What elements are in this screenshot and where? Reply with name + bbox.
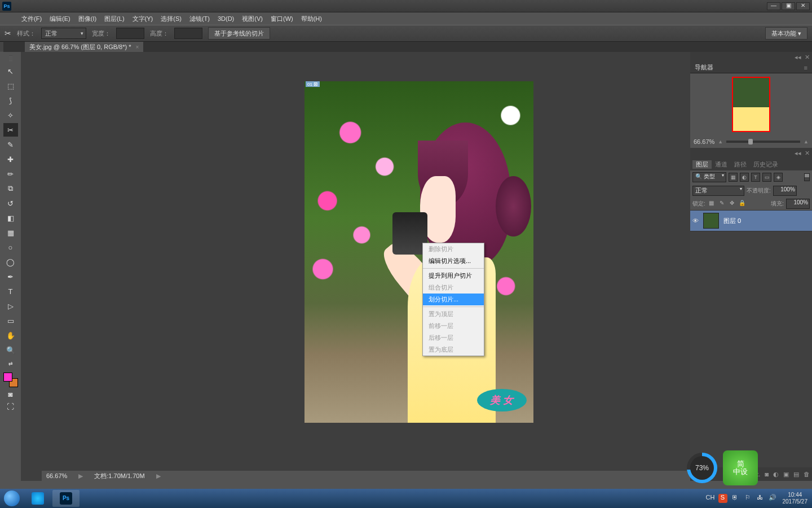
menu-window[interactable]: 窗口(W) xyxy=(271,15,293,23)
slice-from-guides-button[interactable]: 基于参考线的切片 xyxy=(208,27,270,40)
menu-layer[interactable]: 图层(L) xyxy=(104,15,124,23)
lasso-tool[interactable]: ⟆ xyxy=(3,94,18,107)
foreground-color[interactable] xyxy=(3,373,12,382)
green-badge[interactable]: 简中设 xyxy=(723,450,758,485)
tray-network-icon[interactable]: 🖧 xyxy=(756,494,765,503)
filter-smart-icon[interactable]: ◈ xyxy=(774,173,783,182)
navigator-thumbnail[interactable] xyxy=(732,77,770,132)
menu-view[interactable]: 视图(V) xyxy=(242,15,263,23)
filter-toggle[interactable] xyxy=(804,173,810,181)
tab-paths[interactable]: 路径 xyxy=(731,160,750,169)
quickmask-icon[interactable]: ◙ xyxy=(3,388,18,400)
tab-layers[interactable]: 图层 xyxy=(692,160,712,169)
tray-shield-icon[interactable]: ⛨ xyxy=(731,494,740,503)
hand-tool[interactable]: ✋ xyxy=(3,329,18,342)
ime-indicator[interactable]: CH xyxy=(706,494,715,503)
panel-collapse-bar-2[interactable]: ◂◂✕ xyxy=(690,148,812,158)
filter-shape-icon[interactable]: ▭ xyxy=(762,173,771,182)
style-select[interactable]: 正常 xyxy=(41,28,86,39)
menu-type[interactable]: 文字(Y) xyxy=(133,15,153,23)
eraser-tool[interactable]: ◧ xyxy=(3,211,18,225)
tray-sogou-icon[interactable]: S xyxy=(718,494,727,503)
zoom-out-icon[interactable]: ▲ xyxy=(718,139,723,144)
brush-tool[interactable]: ✏ xyxy=(3,167,18,181)
fill-input[interactable]: 100% xyxy=(786,199,810,209)
progress-widget[interactable]: 73% xyxy=(687,453,717,483)
gradient-tool[interactable]: ▦ xyxy=(3,226,18,239)
screenmode-icon[interactable]: ⛶ xyxy=(3,401,18,412)
filter-adjust-icon[interactable]: ◐ xyxy=(740,173,749,182)
opacity-input[interactable]: 100% xyxy=(773,186,797,196)
magic-wand-tool[interactable]: ✧ xyxy=(3,108,18,122)
minimize-button[interactable]: — xyxy=(767,2,780,10)
menu-file[interactable]: 文件(F) xyxy=(21,15,42,23)
lock-transparent-icon[interactable]: ▦ xyxy=(708,200,716,208)
layer-row[interactable]: 👁 图层 0 xyxy=(690,210,812,231)
collapse-icon[interactable]: ◂◂ xyxy=(795,150,801,157)
layer-name[interactable]: 图层 0 xyxy=(723,217,741,225)
delete-layer-icon[interactable]: 🗑 xyxy=(804,471,810,478)
blur-tool[interactable]: ○ xyxy=(3,240,18,254)
zoom-in-icon[interactable]: ▲ xyxy=(804,139,809,144)
start-button[interactable] xyxy=(0,489,24,508)
canvas-area[interactable]: 美 女 01 删除切片编辑切片选项...提升到用户切片组合切片划分切片...置为… xyxy=(21,52,690,481)
status-arrow2-icon[interactable]: ▶ xyxy=(156,472,161,480)
panel-menu-icon[interactable]: ≡ xyxy=(804,64,807,71)
height-input[interactable] xyxy=(174,28,202,39)
filter-type-icon[interactable]: T xyxy=(751,173,760,182)
lock-pixels-icon[interactable]: ✎ xyxy=(718,200,726,208)
slice-badge[interactable]: 01 xyxy=(306,81,320,87)
taskbar-app-1[interactable] xyxy=(24,490,51,507)
menu-filter[interactable]: 滤镜(T) xyxy=(189,15,210,23)
ctx-item[interactable]: 划分切片... xyxy=(423,294,484,305)
lock-position-icon[interactable]: ✥ xyxy=(728,200,736,208)
group-icon[interactable]: ▣ xyxy=(783,471,789,478)
ctx-item[interactable]: 提升到用户切片 xyxy=(423,270,484,282)
ctx-item[interactable]: 编辑切片选项... xyxy=(423,255,484,267)
blend-mode-select[interactable]: 正常 xyxy=(692,186,744,196)
filter-pixel-icon[interactable]: ▦ xyxy=(729,173,738,182)
menu-select[interactable]: 选择(S) xyxy=(161,15,182,23)
healing-brush-tool[interactable]: ✚ xyxy=(3,152,18,166)
move-tool[interactable]: ↖ xyxy=(3,64,18,78)
layer-mask-icon[interactable]: ◙ xyxy=(765,471,769,478)
menu-image[interactable]: 图像(I) xyxy=(78,15,96,23)
clone-stamp-tool[interactable]: ⧉ xyxy=(3,182,18,195)
zoom-tool[interactable]: 🔍 xyxy=(3,343,18,357)
workspace-select[interactable]: 基本功能 ▾ xyxy=(765,27,807,40)
close-panel-icon[interactable]: ✕ xyxy=(805,54,810,61)
tab-channels[interactable]: 通道 xyxy=(712,160,731,169)
close-panel-icon[interactable]: ✕ xyxy=(805,150,810,157)
layer-thumbnail[interactable] xyxy=(703,213,719,229)
filter-type-select[interactable]: 🔍 类型 xyxy=(692,172,726,182)
tray-volume-icon[interactable]: 🔊 xyxy=(768,494,777,503)
dodge-tool[interactable]: ◯ xyxy=(3,255,18,269)
marquee-tool[interactable]: ⬚ xyxy=(3,79,18,93)
adjustment-layer-icon[interactable]: ◐ xyxy=(773,471,779,478)
history-brush-tool[interactable]: ↺ xyxy=(3,196,18,210)
new-layer-icon[interactable]: ▤ xyxy=(793,471,799,478)
taskbar-clock[interactable]: 10:442017/5/27 xyxy=(780,492,810,505)
swap-colors-icon[interactable]: ⇄ xyxy=(3,358,18,369)
visibility-icon[interactable]: 👁 xyxy=(692,217,699,224)
menu-edit[interactable]: 编辑(E) xyxy=(50,15,70,23)
navigator-panel-title[interactable]: 导航器≡ xyxy=(690,62,812,73)
document-canvas[interactable]: 美 女 01 xyxy=(304,81,533,423)
lock-all-icon[interactable]: 🔒 xyxy=(738,200,746,208)
close-button[interactable]: ✕ xyxy=(796,2,810,10)
status-arrow-icon[interactable]: ▶ xyxy=(78,472,83,480)
pen-tool[interactable]: ✒ xyxy=(3,270,18,283)
collapse-icon[interactable]: ◂◂ xyxy=(795,54,801,61)
menu-help[interactable]: 帮助(H) xyxy=(301,15,322,23)
maximize-button[interactable]: ▣ xyxy=(782,2,795,10)
tray-flag-icon[interactable]: ⚐ xyxy=(743,494,752,503)
type-tool[interactable]: T xyxy=(3,284,18,298)
width-input[interactable] xyxy=(116,28,144,39)
status-zoom[interactable]: 66.67% xyxy=(46,472,67,479)
shape-tool[interactable]: ▭ xyxy=(3,314,18,327)
doc-tab-close[interactable]: × xyxy=(136,44,139,50)
color-swatches[interactable] xyxy=(3,373,18,387)
menu-3d[interactable]: 3D(D) xyxy=(218,15,234,22)
slice-tool[interactable]: ✂ xyxy=(3,123,18,137)
tab-history[interactable]: 历史记录 xyxy=(750,160,782,169)
